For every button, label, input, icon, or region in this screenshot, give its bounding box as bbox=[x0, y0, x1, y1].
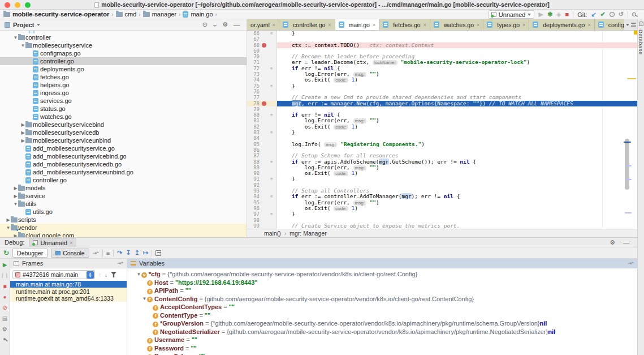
editor-tab-deployments.go[interactable]: deployments.go× bbox=[529, 19, 594, 30]
tree-item-controller.go[interactable]: controller.go bbox=[0, 176, 247, 184]
tree-item-models[interactable]: ▶models bbox=[0, 184, 247, 192]
breadcrumb-item-main.go[interactable]: main.go bbox=[183, 11, 213, 18]
rerun-icon[interactable]: ↻ bbox=[3, 249, 9, 257]
code-line-99[interactable]: 99 // Create Service object to expose th… bbox=[247, 223, 637, 229]
variable-row-Password[interactable]: fPassword="" bbox=[135, 344, 637, 353]
frame-row[interactable]: runtime.main at proc.go:201 bbox=[10, 288, 127, 294]
fold-marker-icon[interactable]: ⊖ bbox=[268, 112, 275, 118]
variable-row-ContentConfig[interactable]: ▼fContentConfig={github.com/aerogear/mob… bbox=[135, 295, 637, 303]
tree-collapse-arrow-icon[interactable]: ▶ bbox=[6, 217, 11, 223]
tree-item-status.go[interactable]: status.go bbox=[0, 105, 247, 113]
project-panel-title[interactable]: Project bbox=[13, 22, 34, 28]
pause-program-icon[interactable]: ❘❘ bbox=[1, 273, 9, 279]
tree-item-add_mobilesecurityservicedb.go[interactable]: add_mobilesecurityservicedb.go bbox=[0, 160, 247, 168]
code-line-68[interactable]: 68 ctx := context.TODO() ctx: context.Co… bbox=[247, 42, 637, 48]
close-tab-icon[interactable]: × bbox=[328, 22, 331, 28]
code-line-97[interactable]: 97⊖ } bbox=[247, 211, 637, 217]
breadcrumb-item-cmd[interactable]: cmd bbox=[116, 11, 137, 18]
debug-gear-icon[interactable]: ⚙ bbox=[2, 327, 7, 332]
editor-tab-watches.go[interactable]: watches.go× bbox=[430, 19, 483, 30]
fold-marker-icon[interactable]: ⊖ bbox=[268, 194, 275, 199]
variable-row-*cfg[interactable]: ▼v*cfg={*github.com/aerogear/mobile-secu… bbox=[135, 270, 637, 279]
database-tool-button[interactable]: Database bbox=[638, 29, 644, 55]
tree-item-fetches.go[interactable]: fetches.go bbox=[0, 73, 247, 81]
step-over-icon[interactable]: ↷ bbox=[117, 249, 122, 256]
search-icon[interactable] bbox=[632, 12, 636, 16]
fold-marker-icon[interactable]: ⊖ bbox=[268, 83, 275, 89]
stripe-mark[interactable] bbox=[625, 212, 632, 213]
tree-collapse-arrow-icon[interactable]: ▶ bbox=[13, 194, 18, 199]
pin-tab-icon[interactable]: ⇥* bbox=[93, 250, 99, 256]
chevron-down-icon[interactable] bbox=[37, 24, 40, 26]
code-line-90[interactable]: 90 os.Exit( code: 1) bbox=[247, 170, 637, 176]
frame-row[interactable]: runtime.goexit at asm_amd64.s:1333 bbox=[10, 295, 127, 302]
view-breakpoints-icon[interactable]: ● bbox=[3, 294, 6, 300]
tree-expand-arrow-icon[interactable]: ▼ bbox=[136, 272, 141, 277]
variable-row-ContentType[interactable]: fContentType="" bbox=[135, 311, 637, 320]
breakpoint-icon[interactable] bbox=[260, 43, 268, 48]
previous-frame-icon[interactable]: ↑ bbox=[98, 272, 101, 278]
tree-item-watches.go[interactable]: watches.go bbox=[0, 113, 247, 121]
variable-row-Host[interactable]: fHost="https://192.168.64.19:8443" bbox=[135, 279, 637, 287]
tree-item-mobilesecurityservicebind[interactable]: ▶mobilesecurityservicebind bbox=[0, 121, 247, 129]
fold-marker-icon[interactable]: ⊖ bbox=[268, 130, 275, 135]
pin-icon[interactable] bbox=[3, 337, 7, 342]
tree-collapse-arrow-icon[interactable]: ▶ bbox=[20, 138, 25, 143]
tree-item-mobilesecurityserviceunbind[interactable]: ▶mobilesecurityserviceunbind bbox=[0, 136, 247, 144]
tree-item-helpers.go[interactable]: helpers.go bbox=[0, 81, 247, 89]
fold-marker-icon[interactable]: ⊖ bbox=[268, 159, 275, 165]
code-line-91[interactable]: 91⊖ } bbox=[247, 176, 637, 182]
code-line-82[interactable]: 82 os.Exit( code: 1) bbox=[247, 124, 637, 130]
tree-item-mobilesecurityservice[interactable]: ▼mobilesecurityservice bbox=[0, 41, 247, 49]
tree-collapse-arrow-icon[interactable]: ▶ bbox=[13, 233, 18, 238]
resume-program-icon[interactable]: ▶ bbox=[3, 262, 7, 268]
rollback-button[interactable]: ↺ bbox=[619, 11, 624, 18]
editor-breadcrumb-item[interactable]: main() bbox=[264, 230, 281, 237]
debug-button[interactable]: ✱ bbox=[547, 11, 552, 18]
tree-item-deployments.go[interactable]: deployments.go bbox=[0, 65, 247, 73]
tree-expand-arrow-icon[interactable]: ▼ bbox=[13, 202, 18, 207]
fold-marker-icon[interactable]: ⊖ bbox=[268, 31, 275, 36]
close-icon[interactable]: × bbox=[70, 240, 72, 246]
tree-item-scripts[interactable]: ▶scripts bbox=[0, 216, 247, 224]
tree-item-utils.go[interactable]: utils.go bbox=[0, 208, 247, 216]
close-tab-icon[interactable]: × bbox=[373, 22, 375, 28]
stripe-mark[interactable] bbox=[625, 179, 632, 180]
tree-item-controller.go[interactable]: controller.go bbox=[0, 57, 247, 65]
tree-item-mobilesecurityservicedb[interactable]: ▶mobilesecurityservicedb bbox=[0, 129, 247, 136]
run-to-cursor-icon[interactable]: ↦ bbox=[143, 249, 148, 256]
tree-expand-arrow-icon[interactable]: ▼ bbox=[142, 296, 147, 301]
code-area[interactable]: 66⊖ }6768 ctx := context.TODO() ctx: con… bbox=[247, 31, 637, 229]
tree-item-add_mobilesecurityservice.go[interactable]: add_mobilesecurityservice.go bbox=[0, 144, 247, 152]
code-line-66[interactable]: 66⊖ } bbox=[247, 31, 637, 36]
collapse-all-icon[interactable]: ÷ bbox=[213, 22, 217, 28]
tree-collapse-arrow-icon[interactable]: ▶ bbox=[20, 130, 25, 135]
tab-console[interactable]: Console bbox=[51, 249, 89, 258]
variable-row-*GroupVersion[interactable]: f*GroupVersion={*github.com/aerogear/mob… bbox=[135, 319, 637, 328]
tree-expand-arrow-icon[interactable]: ▼ bbox=[6, 225, 11, 230]
close-tab-icon[interactable]: × bbox=[423, 22, 426, 28]
code-line-75[interactable]: 75⊖ } bbox=[247, 83, 637, 89]
close-tab-icon[interactable]: × bbox=[522, 22, 525, 28]
stop-button[interactable]: ■ bbox=[565, 11, 569, 18]
stripe-mark-yellow[interactable] bbox=[627, 78, 636, 79]
show-execution-point-icon[interactable]: ≡ bbox=[106, 250, 110, 256]
code-line-74[interactable]: 74 os.Exit( code: 1) bbox=[247, 77, 637, 83]
recent-changes-icon[interactable] bbox=[610, 12, 615, 17]
editor-tab-controller.go[interactable]: controller.go× bbox=[279, 19, 335, 30]
fold-marker-icon[interactable]: ⊖ bbox=[268, 176, 275, 182]
variable-row-NegotiatedSerializer[interactable]: fNegotiatedSerializer={github.com/aeroge… bbox=[135, 328, 637, 336]
stop-process-icon[interactable]: ■ bbox=[3, 284, 6, 289]
frame-row[interactable]: main.main at main.go:78 bbox=[10, 281, 127, 288]
stripe-mark-exec[interactable] bbox=[624, 142, 631, 143]
step-out-icon[interactable]: ↥ bbox=[135, 249, 140, 256]
git-commit-button[interactable]: ✔ bbox=[600, 11, 606, 18]
hide-panel-icon[interactable]: — bbox=[234, 22, 240, 28]
code-line-83[interactable]: 83⊖ } bbox=[247, 130, 637, 135]
git-update-button[interactable]: ↙ bbox=[591, 11, 596, 18]
pin-icon[interactable]: ⇥* bbox=[117, 260, 123, 266]
variable-row-APIPath[interactable]: fAPIPath="" bbox=[135, 286, 637, 295]
variable-row-AcceptContentTypes[interactable]: fAcceptContentTypes="" bbox=[135, 303, 637, 311]
evaluate-expression-icon[interactable] bbox=[155, 250, 161, 256]
tree-expand-arrow-icon[interactable]: ▼ bbox=[20, 43, 25, 48]
